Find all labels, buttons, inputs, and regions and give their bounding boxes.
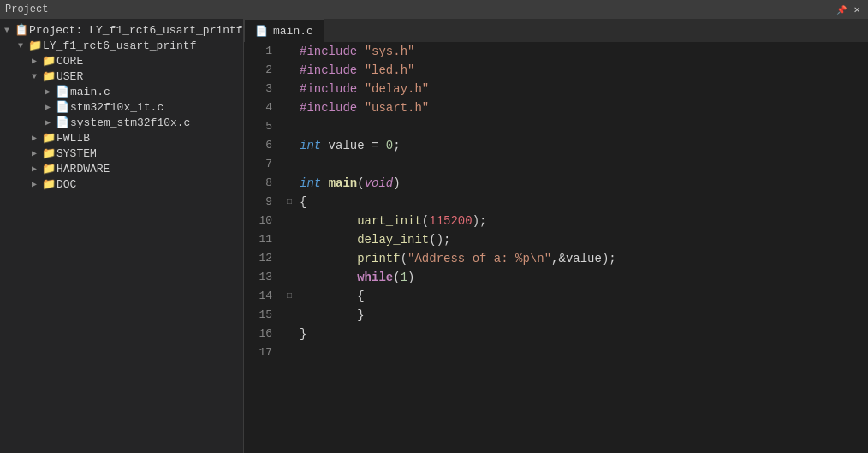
line-gutter bbox=[282, 307, 296, 325]
line-gutter bbox=[282, 175, 296, 194]
sidebar-item-fwlib-folder[interactable]: ▶📁FWLIB bbox=[0, 130, 243, 146]
line-gutter bbox=[282, 325, 296, 344]
code-line-15: 15 } bbox=[244, 307, 868, 325]
tree-item-icon: 📄 bbox=[55, 85, 70, 98]
line-number: 16 bbox=[244, 325, 282, 344]
line-code[interactable]: #include "usart.h" bbox=[296, 99, 868, 118]
line-number: 9 bbox=[244, 194, 282, 212]
line-number: 11 bbox=[244, 231, 282, 250]
tree-item-label: DOC bbox=[56, 178, 76, 191]
tree-item-icon: 📁 bbox=[41, 146, 56, 160]
tree-item-label: SYSTEM bbox=[56, 147, 97, 160]
line-code[interactable]: #include "led.h" bbox=[296, 62, 868, 80]
line-number: 6 bbox=[244, 137, 282, 156]
code-line-9: 9□{ bbox=[244, 194, 868, 212]
line-gutter bbox=[282, 156, 296, 175]
line-code[interactable]: while(1) bbox=[296, 269, 868, 288]
line-gutter bbox=[282, 344, 296, 363]
tree-item-label: CORE bbox=[56, 55, 83, 68]
tree-item-label: LY_f1_rct6_usart_printf bbox=[43, 39, 196, 52]
tree-item-icon: 📄 bbox=[55, 116, 70, 129]
line-number: 13 bbox=[244, 269, 282, 288]
code-line-5: 5 bbox=[244, 118, 868, 137]
tree-item-label: main.c bbox=[70, 86, 110, 98]
line-code[interactable] bbox=[296, 344, 868, 363]
line-code[interactable]: #include "delay.h" bbox=[296, 80, 868, 99]
tree-item-label: USER bbox=[56, 70, 83, 83]
tree-arrow-icon: ▶ bbox=[27, 133, 41, 143]
line-code[interactable]: uart_init(115200); bbox=[296, 212, 868, 231]
close-panel-button[interactable]: ✕ bbox=[851, 3, 863, 15]
line-number: 5 bbox=[244, 118, 282, 137]
line-gutter bbox=[282, 269, 296, 288]
line-code[interactable]: printf("Address of a: %p\n",&value); bbox=[296, 250, 868, 269]
line-code[interactable]: int main(void) bbox=[296, 175, 868, 194]
sidebar-item-core-folder[interactable]: ▶📁CORE bbox=[0, 53, 243, 69]
line-number: 2 bbox=[244, 62, 282, 80]
tree-item-icon: 📁 bbox=[41, 131, 56, 145]
line-code[interactable]: #include "sys.h" bbox=[296, 43, 868, 62]
sidebar: ▼📋Project: LY_f1_rct6_usart_printf▼📁LY_f… bbox=[0, 19, 244, 453]
line-code[interactable] bbox=[296, 118, 868, 137]
title-bar-label: Project bbox=[5, 3, 48, 15]
tree-item-icon: 📁 bbox=[41, 54, 56, 68]
tree-item-label: FWLIB bbox=[56, 132, 90, 145]
line-code[interactable]: { bbox=[296, 288, 868, 307]
line-number: 14 bbox=[244, 288, 282, 307]
pin-button[interactable]: 📌 bbox=[835, 3, 847, 15]
line-code[interactable]: delay_init(); bbox=[296, 231, 868, 250]
line-code[interactable]: int value = 0; bbox=[296, 137, 868, 156]
tree-arrow-icon: ▼ bbox=[0, 26, 14, 35]
sidebar-item-project-root[interactable]: ▼📋Project: LY_f1_rct6_usart_printf bbox=[0, 22, 243, 38]
tree-arrow-icon: ▶ bbox=[27, 148, 41, 158]
sidebar-item-system-folder[interactable]: ▶📁SYSTEM bbox=[0, 146, 243, 161]
sidebar-item-user-folder[interactable]: ▼📁USER bbox=[0, 69, 243, 84]
tree-item-label: Project: LY_f1_rct6_usart_printf bbox=[29, 24, 243, 37]
line-number: 15 bbox=[244, 307, 282, 325]
tree-item-icon: 📁 bbox=[41, 69, 56, 83]
tree-arrow-icon: ▶ bbox=[41, 117, 55, 128]
sidebar-item-stm32f10x-it[interactable]: ▶📄stm32f10x_it.c bbox=[0, 99, 243, 115]
tree-arrow-icon: ▶ bbox=[27, 179, 41, 189]
tree-arrow-icon: ▶ bbox=[41, 102, 55, 112]
code-line-13: 13 while(1) bbox=[244, 269, 868, 288]
tree-item-label: stm32f10x_it.c bbox=[70, 101, 163, 114]
tree-item-icon: 📋 bbox=[14, 23, 29, 37]
editor-body[interactable]: 1#include "sys.h"2#include "led.h"3#incl… bbox=[244, 43, 868, 453]
code-line-8: 8int main(void) bbox=[244, 175, 868, 194]
sidebar-item-project-node[interactable]: ▼📁LY_f1_rct6_usart_printf bbox=[0, 38, 243, 53]
tab-label: main.c bbox=[273, 25, 313, 38]
line-number: 1 bbox=[244, 43, 282, 62]
editor-tabs: 📄 main.c bbox=[244, 19, 868, 43]
sidebar-item-hardware-folder[interactable]: ▶📁HARDWARE bbox=[0, 161, 243, 176]
tree-arrow-icon: ▶ bbox=[41, 86, 55, 97]
code-line-1: 1#include "sys.h" bbox=[244, 43, 868, 62]
tree-arrow-icon: ▶ bbox=[27, 56, 41, 66]
line-number: 8 bbox=[244, 175, 282, 194]
title-bar: Project 📌 ✕ bbox=[0, 0, 868, 19]
line-gutter bbox=[282, 62, 296, 80]
line-code[interactable]: } bbox=[296, 325, 868, 344]
tree-arrow-icon: ▼ bbox=[14, 41, 27, 51]
line-code[interactable]: { bbox=[296, 194, 868, 212]
tree-item-label: system_stm32f10x.c bbox=[70, 116, 190, 129]
sidebar-item-system-stm32[interactable]: ▶📄system_stm32f10x.c bbox=[0, 115, 243, 130]
line-number: 4 bbox=[244, 99, 282, 118]
code-line-2: 2#include "led.h" bbox=[244, 62, 868, 80]
tree-item-icon: 📁 bbox=[41, 177, 56, 191]
line-number: 3 bbox=[244, 80, 282, 99]
line-code[interactable] bbox=[296, 156, 868, 175]
line-gutter bbox=[282, 118, 296, 137]
line-gutter bbox=[282, 80, 296, 99]
editor-area: 📄 main.c 1#include "sys.h"2#include "led… bbox=[244, 19, 868, 453]
sidebar-item-doc-folder[interactable]: ▶📁DOC bbox=[0, 176, 243, 192]
code-line-7: 7 bbox=[244, 156, 868, 175]
line-code[interactable]: } bbox=[296, 307, 868, 325]
line-gutter bbox=[282, 212, 296, 231]
line-gutter: □ bbox=[282, 194, 296, 212]
code-line-14: 14□ { bbox=[244, 288, 868, 307]
code-line-10: 10 uart_init(115200); bbox=[244, 212, 868, 231]
line-gutter bbox=[282, 250, 296, 269]
tab-main-c[interactable]: 📄 main.c bbox=[244, 19, 324, 42]
sidebar-item-main-c[interactable]: ▶📄main.c bbox=[0, 84, 243, 99]
